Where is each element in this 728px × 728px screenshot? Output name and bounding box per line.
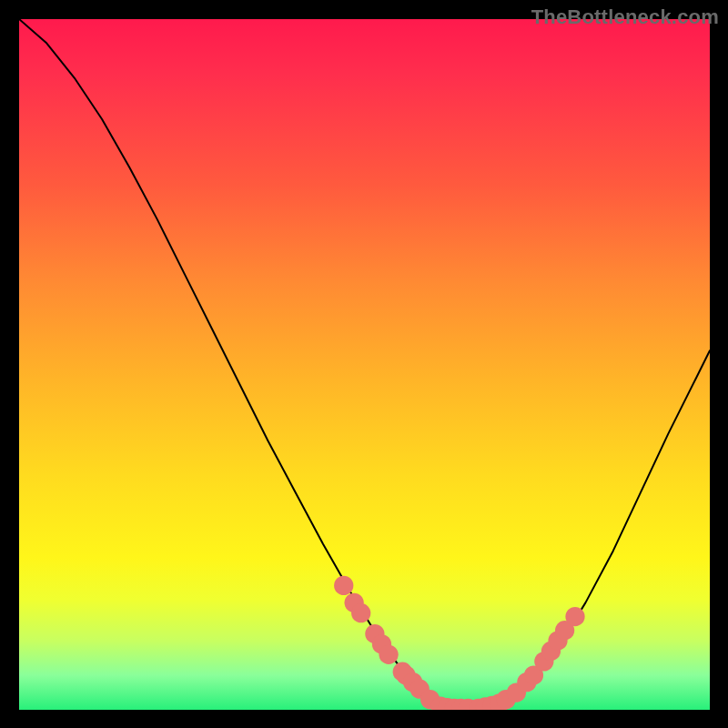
- chart-svg: [19, 19, 710, 710]
- watermark-text: TheBottleneck.com: [531, 5, 719, 29]
- marker-dot: [351, 603, 370, 622]
- plot-area: [19, 19, 710, 710]
- marker-dot: [334, 576, 353, 595]
- marker-dot: [565, 607, 584, 626]
- chart-frame: TheBottleneck.com: [0, 0, 728, 728]
- marker-dot: [379, 645, 398, 664]
